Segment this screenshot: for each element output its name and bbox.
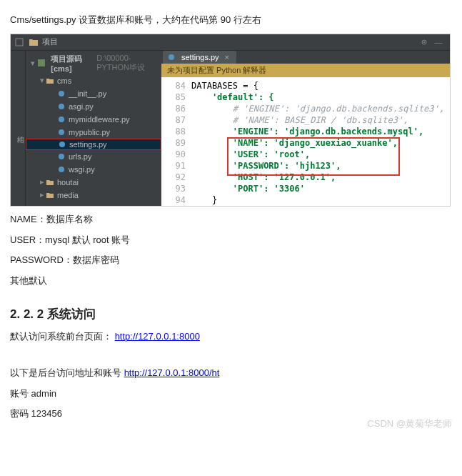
structure-rail[interactable]: 结构 xyxy=(11,51,26,206)
project-tree: ▾ 项目源码 [cms] D:\00000-PYTHON毕设 ▾ cms xyxy=(26,51,161,206)
python-icon xyxy=(57,89,66,98)
backend-prefix: 以下是后台访问地址和账号 xyxy=(10,367,124,378)
svg-point-2 xyxy=(423,41,425,43)
collapse-icon[interactable] xyxy=(14,36,25,48)
file-urls[interactable]: urls.py xyxy=(26,150,161,163)
svg-point-6 xyxy=(59,116,64,122)
folder-icon[interactable] xyxy=(28,36,39,48)
folder-icon xyxy=(46,76,54,85)
python-icon xyxy=(57,128,66,137)
folder-icon xyxy=(46,204,54,206)
tree-label: mypublic.py xyxy=(69,128,110,137)
tree-label: asgi.py xyxy=(69,102,94,111)
password-desc: PASSWORD：数据库密码 xyxy=(10,253,452,268)
svg-point-8 xyxy=(59,142,65,147)
tree-label: cms xyxy=(57,76,71,85)
close-icon[interactable]: × xyxy=(225,53,229,61)
file-asgi[interactable]: asgi.py xyxy=(26,100,161,113)
python-icon xyxy=(58,140,66,149)
frontend-link[interactable]: http://127.0.0.1:8000 xyxy=(115,331,200,342)
account-line: 账号 admin xyxy=(10,387,452,402)
svg-point-9 xyxy=(59,154,64,159)
file-mymiddleware[interactable]: mymiddleware.py xyxy=(26,113,161,126)
toolbar-label: 项目 xyxy=(42,36,58,47)
tab-settings[interactable]: settings.py × xyxy=(163,51,236,64)
backend-line: 以下是后台访问地址和账号 http://127.0.0.1:8000/ht xyxy=(10,366,452,381)
intro-text: Cms/settings.py 设置数据库和账号，大约在代码第 90 行左右 xyxy=(10,13,452,28)
tree-label: pc xyxy=(57,204,66,206)
project-root[interactable]: ▾ 项目源码 [cms] D:\00000-PYTHON毕设 xyxy=(26,52,161,74)
other-default: 其他默认 xyxy=(10,274,452,289)
folder-pc[interactable]: ▸ pc xyxy=(26,202,161,206)
interpreter-warning[interactable]: 未为项目配置 Python 解释器 xyxy=(161,64,450,77)
python-icon xyxy=(57,152,66,161)
ide-toolbar: 项目 — xyxy=(11,34,450,51)
folder-cms[interactable]: ▾ cms xyxy=(26,74,161,87)
python-icon xyxy=(167,53,176,61)
file-init[interactable]: __init__.py xyxy=(26,87,161,100)
python-icon xyxy=(57,165,66,174)
frontend-line: 默认访问系统前台页面： http://127.0.0.1:8000 xyxy=(10,329,452,344)
svg-rect-0 xyxy=(16,39,23,46)
gear-icon[interactable] xyxy=(418,36,430,48)
file-wsgi[interactable]: wsgi.py xyxy=(26,163,161,176)
tree-label: media xyxy=(57,191,79,199)
project-name: 项目源码 [cms] xyxy=(51,54,91,73)
svg-point-15 xyxy=(169,54,174,60)
watermark: CSDN @黄菊华老师 xyxy=(367,417,452,430)
svg-point-5 xyxy=(59,104,64,109)
folder-icon xyxy=(46,191,54,199)
code-content[interactable]: DATABASES = { 'default': { # 'ENGINE': '… xyxy=(191,80,450,206)
file-mypublic[interactable]: mypublic.py xyxy=(26,126,161,139)
frontend-prefix: 默认访问系统前台页面： xyxy=(10,331,112,342)
folder-houtai[interactable]: ▸ houtai xyxy=(26,176,161,189)
svg-point-4 xyxy=(59,91,64,96)
svg-point-7 xyxy=(59,129,64,135)
tree-label: wsgi.py xyxy=(69,165,95,174)
tree-label: __init__.py xyxy=(69,89,106,98)
code-area[interactable]: 84 85 86 87 88 89 90 91 92 93 94 95 DATA… xyxy=(161,77,450,206)
project-path: D:\00000-PYTHON毕设 xyxy=(96,54,157,73)
tree-label: settings.py xyxy=(69,140,107,149)
minimize-icon[interactable]: — xyxy=(433,36,444,48)
backend-link[interactable]: http://127.0.0.1:8000/ht xyxy=(124,367,220,378)
editor-tabs: settings.py × xyxy=(161,51,450,64)
tab-label: settings.py xyxy=(181,53,219,61)
section-heading: 2. 2. 2 系统访问 xyxy=(10,306,452,322)
tree-label: urls.py xyxy=(69,152,91,161)
line-gutter: 84 85 86 87 88 89 90 91 92 93 94 95 xyxy=(161,80,191,206)
folder-icon xyxy=(46,178,54,187)
svg-point-10 xyxy=(59,167,64,172)
ide-screenshot: 项目 — 结构 ▾ 项目源码 [cms] D:\00000-PYTHON毕设 ▾ xyxy=(10,34,451,207)
name-desc: NAME：数据库名称 xyxy=(10,212,452,227)
python-icon xyxy=(57,102,66,111)
user-desc: USER：mysql 默认 root 账号 xyxy=(10,233,452,248)
python-icon xyxy=(57,115,66,124)
svg-rect-3 xyxy=(38,59,45,66)
editor-pane: settings.py × 未为项目配置 Python 解释器 84 85 86… xyxy=(161,51,450,206)
tree-label: houtai xyxy=(57,178,79,187)
tree-label: mymiddleware.py xyxy=(69,115,130,124)
folder-media[interactable]: ▸ media xyxy=(26,189,161,202)
file-settings[interactable]: settings.py xyxy=(26,139,161,150)
module-icon xyxy=(38,59,45,67)
